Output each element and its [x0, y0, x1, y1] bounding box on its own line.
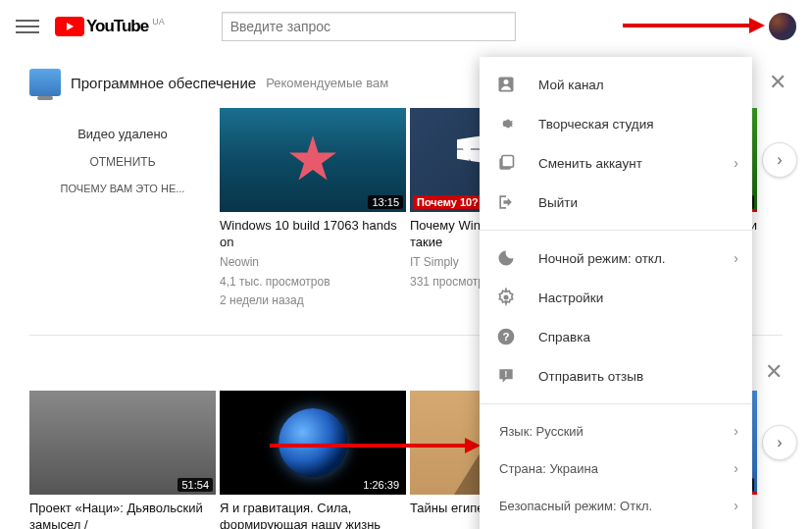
switch-account-icon [495, 152, 517, 174]
duration-badge: 51:54 [178, 478, 213, 492]
youtube-logo[interactable]: YouTube UA [55, 17, 165, 36]
menu-my-channel[interactable]: Мой канал [480, 65, 752, 104]
menu-language[interactable]: Язык: Русский › [480, 412, 752, 450]
chevron-right-icon: › [734, 423, 738, 439]
search-input[interactable] [230, 19, 507, 34]
video-title[interactable]: Я и гравитация. Сила, формирующая нашу ж… [220, 501, 406, 529]
section-subtitle: Рекомендуемые вам [266, 76, 388, 90]
search-box[interactable] [222, 12, 516, 41]
menu-label: Мой канал [538, 78, 604, 92]
video-card[interactable]: 13:15 Windows 10 build 17063 hands on Ne… [220, 108, 406, 309]
annotation-arrow-avatar [623, 22, 765, 29]
video-views: 4,1 тыс. просмотров [220, 274, 406, 291]
menu-sign-out[interactable]: Выйти [480, 183, 752, 222]
video-title[interactable]: Windows 10 build 17063 hands on [220, 218, 406, 251]
svg-text:!: ! [505, 369, 508, 379]
monitor-icon [29, 69, 61, 96]
menu-label: Справка [538, 330, 590, 344]
menu-label: Творческая студия [538, 117, 654, 132]
chevron-right-icon: › [734, 498, 738, 513]
menu-switch-account[interactable]: Сменить аккаунт › [480, 143, 752, 183]
menu-settings[interactable]: Настройки [480, 278, 752, 317]
gear-icon [495, 287, 517, 308]
video-channel[interactable]: Neowin [220, 254, 406, 271]
annotation-arrow-restricted [270, 441, 481, 450]
video-card[interactable]: 1:26:39 Я и гравитация. Сила, формирующа… [220, 391, 406, 529]
menu-label: Ночной режим: откл. [538, 251, 666, 266]
next-button[interactable]: › [762, 142, 797, 178]
menu-label: Безопасный режим: Откл. [499, 499, 652, 513]
svg-point-4 [504, 295, 509, 300]
undo-button[interactable]: ОТМЕНИТЬ [89, 155, 155, 169]
menu-button[interactable] [16, 15, 39, 38]
menu-classic-design[interactable]: Вернуться к классическому дизайну [480, 524, 752, 529]
why-button[interactable]: ПОЧЕМУ ВАМ ЭТО НЕ... [61, 183, 185, 194]
menu-label: Страна: Украина [499, 461, 598, 476]
menu-country[interactable]: Страна: Украина › [480, 450, 752, 487]
chevron-right-icon: › [734, 155, 738, 171]
next-button[interactable]: › [762, 425, 797, 460]
menu-separator [480, 230, 752, 231]
svg-rect-3 [502, 156, 514, 168]
chevron-right-icon: › [734, 250, 738, 266]
gear-icon [495, 113, 517, 134]
close-icon[interactable]: ✕ [769, 70, 787, 95]
menu-label: Язык: Русский [499, 424, 584, 439]
region-label: UA [152, 17, 165, 26]
menu-restricted-mode[interactable]: Безопасный режим: Откл. › [480, 487, 752, 524]
menu-separator [480, 403, 752, 404]
close-icon[interactable]: ✕ [765, 359, 783, 385]
menu-dark-mode[interactable]: Ночной режим: откл. › [480, 238, 752, 278]
feedback-icon: ! [495, 365, 517, 387]
menu-label: Отправить отзыв [538, 369, 643, 384]
video-thumbnail[interactable]: 51:54 [29, 391, 216, 495]
account-icon [495, 74, 517, 95]
menu-studio[interactable]: Творческая студия [480, 104, 752, 143]
moon-icon [495, 247, 517, 269]
thumbnail-badge: Почему 10? [413, 195, 482, 209]
svg-point-1 [504, 79, 509, 84]
svg-text:?: ? [502, 330, 509, 343]
duration-badge: 1:26:39 [359, 478, 403, 492]
menu-label: Настройки [538, 291, 603, 305]
logo-text: YouTube [86, 17, 148, 36]
video-card[interactable]: 51:54 Проект «Наци»: Дьявольский замысел… [29, 391, 216, 529]
duration-badge: 13:15 [368, 195, 403, 209]
video-title[interactable]: Проект «Наци»: Дьявольский замысел / [29, 501, 216, 529]
deleted-card: Видео удалено ОТМЕНИТЬ ПОЧЕМУ ВАМ ЭТО НЕ… [29, 108, 216, 212]
account-menu: Мой канал Творческая студия Сменить акка… [480, 57, 752, 529]
play-icon [55, 17, 84, 36]
menu-help[interactable]: ? Справка [480, 317, 752, 356]
video-age: 2 недели назад [220, 292, 406, 309]
menu-label: Выйти [538, 195, 578, 210]
help-icon: ? [495, 326, 517, 347]
video-thumbnail[interactable]: 13:15 [220, 108, 406, 212]
menu-label: Сменить аккаунт [538, 156, 642, 171]
exit-icon [495, 191, 517, 213]
menu-feedback[interactable]: ! Отправить отзыв [480, 356, 752, 396]
avatar[interactable] [769, 13, 796, 40]
deleted-label: Видео удалено [77, 127, 168, 141]
chevron-right-icon: › [734, 460, 738, 476]
section-title[interactable]: Программное обеспечение [71, 75, 256, 91]
